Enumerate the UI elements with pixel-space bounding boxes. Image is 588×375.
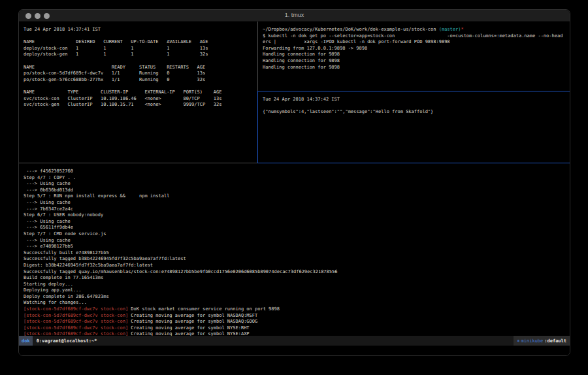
terminal-line: [stock-con-5d7df689cf-dwc7v stock-con] C…	[24, 319, 570, 325]
terminal-line: ers | xargs -IPOD kubectl -n dok port-fo…	[263, 39, 570, 46]
terminal-line	[24, 33, 257, 40]
terminal-line: Starting deploy...	[24, 282, 570, 288]
window-footer	[19, 346, 570, 356]
terminal-line: {"numsymbols":4,"lastseen":"","message":…	[263, 109, 570, 116]
terminal-line: svc/stock-gen ClusterIP 10.100.35.71 <no…	[24, 102, 257, 108]
terminal-line: Successfully tagged b38b42246945fd7f32c5…	[24, 256, 570, 263]
terminal-line: Build complete in 77.165413ms	[24, 275, 570, 282]
terminal-line: Handling connection for 9898	[263, 65, 570, 71]
active-pane-border-top[interactable]	[258, 91, 570, 91]
active-pane-border-bottom[interactable]	[257, 163, 570, 163]
terminal-line: Step 7/7 : CMD node service.js	[24, 231, 570, 238]
terminal-line: ---> e74898127bb5	[24, 244, 570, 250]
tmux-session: Tue 24 Apr 2018 14:37:41 IST NAME DESIRE…	[19, 22, 570, 336]
kubernetes-helm-icon: ⎈	[517, 338, 519, 344]
terminal-line: Step 5/7 : RUN npm install express && np…	[24, 193, 570, 200]
terminal-line: Watching for changes...	[24, 300, 570, 306]
terminal-line	[24, 83, 257, 90]
terminal-line: Successfully tagged quay.io/mhausenblas/…	[24, 269, 570, 276]
terminal-line: Deploy complete in 286.647823ms	[24, 294, 570, 301]
title-bar: 1. tmux	[19, 10, 570, 22]
terminal-line: $ kubectl -n dok get po --selector=app=s…	[263, 33, 570, 40]
pane-port-forward[interactable]: ~/Dropbox/advocacy/Kubernetes/DoK/work/d…	[258, 22, 570, 91]
terminal-line: ---> f45623052760	[24, 169, 570, 175]
terminal-line: deploy/stock-con 1 1 1 1 13s	[24, 46, 257, 52]
terminal-line: Tue 24 Apr 2018 14:37:42 IST	[263, 97, 570, 103]
terminal-line: Digest: b38b42246945fd7f32c5ba9aea7af7fd…	[24, 263, 570, 269]
terminal-line: NAME READY STATUS RESTARTS AGE	[24, 65, 257, 71]
status-right: ⎈ minikube:default	[514, 336, 570, 346]
terminal-line: ---> Using cache	[24, 200, 570, 206]
terminal-line: NAME TYPE CLUSTER-IP EXTERNAL-IP PORT(S)…	[24, 90, 257, 96]
terminal-line: [stock-con-5d7df689cf-dwc7v stock-con] C…	[24, 325, 570, 332]
terminal-line: svc/stock-con ClusterIP 10.109.186.46 <n…	[24, 96, 257, 103]
pane-curl-output-active[interactable]: Tue 24 Apr 2018 14:37:42 IST {"numsymbol…	[258, 91, 570, 163]
terminal-line: NAME DESIRED CURRENT UP-TO-DATE AVAILABL…	[24, 39, 257, 46]
terminal-line: ---> 7b6347ce2a4c	[24, 206, 570, 213]
pane-divider-horizontal[interactable]	[19, 163, 257, 163]
pane-divider-vertical[interactable]	[257, 22, 258, 91]
terminal-line: ---> 0b636bd013dd	[24, 188, 570, 194]
kube-namespace: :default	[544, 338, 566, 344]
terminal-line: po/stock-gen-576cc688bb-277hx 1/1 Runnin…	[24, 77, 257, 84]
terminal-window: 1. tmux Tue 24 Apr 2018 14:37:41 IST NAM…	[18, 9, 570, 356]
terminal-line: Step 6/7 : USER nobody:nobody	[24, 212, 570, 219]
terminal-line	[24, 58, 257, 65]
window-list-item[interactable]: 0:vagrant@localhost:~*	[37, 338, 97, 344]
window-title: 1. tmux	[19, 12, 570, 18]
terminal-line: deploy/stock-gen 1 1 1 1 32s	[24, 52, 257, 58]
terminal-line: [stock-con-5d7df689cf-dwc7v stock-con] D…	[24, 306, 570, 313]
session-name: dok	[19, 336, 33, 346]
terminal-line: Handling connection for 9898	[263, 52, 570, 58]
terminal-line: ---> Using cache	[24, 238, 570, 244]
terminal-line: [stock-con-5d7df689cf-dwc7v stock-con] C…	[24, 313, 570, 319]
terminal-line	[263, 103, 570, 110]
terminal-line: Step 4/7 : COPY . .	[24, 175, 570, 182]
terminal-line: ---> Using cache	[24, 181, 570, 188]
pane-skaffold-log[interactable]: ---> f45623052760Step 4/7 : COPY . . ---…	[19, 163, 570, 336]
terminal-line: Deploying app.yaml...	[24, 287, 570, 294]
terminal-line: Successfully built e74898127bb5	[24, 250, 570, 257]
terminal-line: Tue 24 Apr 2018 14:37:41 IST	[24, 27, 257, 33]
terminal-line: ---> Using cache	[24, 219, 570, 225]
kube-context: minikube	[521, 338, 544, 344]
terminal-line: po/stock-con-5d7df689cf-dwc7v 1/1 Runnin…	[24, 71, 257, 77]
terminal-line: Handling connection for 9898	[263, 58, 570, 65]
tmux-status-bar: dok 0:vagrant@localhost:~* ⎈ minikube:de…	[19, 336, 570, 346]
terminal-line: Forwarding from 127.0.0.1:9898 -> 9898	[263, 46, 570, 52]
pane-kubectl-watch[interactable]: Tue 24 Apr 2018 14:37:41 IST NAME DESIRE…	[19, 22, 257, 163]
active-pane-border-left[interactable]	[257, 91, 258, 163]
terminal-line: ~/Dropbox/advocacy/Kubernetes/DoK/work/d…	[263, 27, 570, 33]
terminal-line: ---> 65611ff9db4e	[24, 225, 570, 231]
